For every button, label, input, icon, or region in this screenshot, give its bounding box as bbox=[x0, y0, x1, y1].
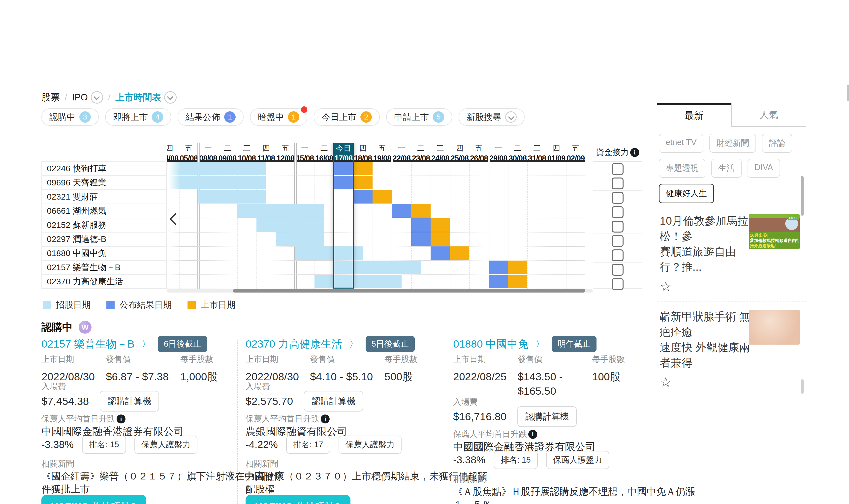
info-icon[interactable]: i bbox=[117, 414, 125, 424]
news-item[interactable]: 嶄新甲狀腺手術 無疤痊癒速度快 外觀健康兩者兼得☆ bbox=[657, 302, 806, 396]
fund-relay-checkbox[interactable] bbox=[612, 249, 623, 261]
rank-button[interactable]: 排名: 17 bbox=[286, 436, 330, 454]
filter-chip[interactable]: 認購中3 bbox=[41, 108, 99, 126]
sidebar-category-chip[interactable]: 健康好人生 bbox=[659, 184, 714, 203]
gantt-cell-subscription bbox=[167, 176, 266, 190]
weekday-label: 一 bbox=[198, 143, 218, 154]
fund-relay-checkbox[interactable] bbox=[612, 278, 623, 290]
fund-relay-checkbox[interactable] bbox=[612, 221, 623, 233]
stock-row-label[interactable]: 09696 天齊鋰業 bbox=[41, 176, 167, 190]
filter-chip[interactable]: 即將上市4 bbox=[105, 108, 171, 126]
info-icon[interactable]: i bbox=[528, 430, 537, 439]
gantt-cell-listing bbox=[430, 232, 450, 246]
breadcrumb-item[interactable]: 股票 bbox=[41, 91, 60, 104]
stock-row-label[interactable]: 02297 潤邁德-B bbox=[41, 232, 167, 247]
sidebar-category-chip[interactable]: 生活 bbox=[711, 159, 742, 178]
calc-button[interactable]: 認購計算機 bbox=[517, 406, 577, 427]
legend-item: 公布結果日期 bbox=[106, 299, 172, 311]
fund-relay-cell bbox=[593, 191, 642, 205]
stock-row-label[interactable]: 01880 中國中免 bbox=[41, 246, 167, 260]
rank-button[interactable]: 排名: 15 bbox=[82, 436, 126, 454]
timeline-column-header: 五26/08 bbox=[469, 143, 489, 160]
timeline-scrollbar-thumb[interactable] bbox=[233, 289, 585, 292]
day-gridline bbox=[566, 162, 566, 289]
sidebar-category-chip[interactable]: 專題透視 bbox=[659, 159, 705, 178]
calc-button[interactable]: 認購計算機 bbox=[304, 391, 363, 412]
sidebar-scrollbar-thumb[interactable] bbox=[801, 176, 803, 216]
fund-relay-checkbox[interactable] bbox=[612, 163, 623, 175]
timeline-column-header: 四01/09 bbox=[547, 143, 566, 160]
info-icon[interactable]: i bbox=[630, 148, 639, 157]
card-field-sale-price: 發售價$4.10 - $5.10 bbox=[310, 354, 385, 384]
breadcrumb-item[interactable]: 上市時間表 bbox=[115, 91, 177, 104]
filter-chip[interactable]: 新股搜尋 bbox=[459, 108, 525, 126]
star-icon[interactable]: ☆ bbox=[660, 374, 672, 390]
shield-button[interactable]: 保薦人護盤力 bbox=[135, 436, 197, 454]
related-news-line[interactable]: 力高健康（０２３７０）上市穩價期結束，未獲行使超額 bbox=[246, 470, 488, 483]
sidebar-category-chip[interactable]: 財經新聞 bbox=[709, 133, 756, 153]
news-item[interactable]: 10月倫敦參加馬拉松！參賽順道旅遊自由行？推...☆etnet10月出發!參加倫… bbox=[657, 206, 806, 302]
related-news-line[interactable]: 件獲批上市 bbox=[41, 483, 90, 496]
stock-row-label[interactable]: 02321 雙財莊 bbox=[41, 190, 167, 204]
voting-button[interactable]: VOTING 你抽唔抽? bbox=[246, 495, 351, 504]
stock-row-label[interactable]: 02157 樂普生物－B bbox=[41, 260, 167, 275]
sidebar-category-chip[interactable]: 評論 bbox=[762, 133, 792, 153]
filter-chip-label: 認購中 bbox=[49, 111, 75, 123]
rank-button[interactable]: 排名: 15 bbox=[494, 451, 538, 469]
field-label: 每手股數 bbox=[592, 354, 652, 365]
sidebar-tab[interactable]: 最新 bbox=[657, 103, 731, 127]
sidebar-tab[interactable]: 人氣 bbox=[731, 103, 806, 127]
sidebar-scrollbar-piece[interactable] bbox=[801, 379, 803, 394]
fund-relay-checkbox[interactable] bbox=[612, 264, 623, 276]
breadcrumb-item[interactable]: IPO bbox=[72, 91, 103, 104]
filter-chip[interactable]: 暗盤中1 bbox=[250, 108, 307, 126]
chevron-down-icon[interactable] bbox=[505, 111, 517, 123]
related-news-line[interactable]: 《Ａ股焦點》Ｈ股孖展認購反應不理想，中國中免Ａ仍漲 bbox=[453, 485, 695, 498]
gantt-cell-listing bbox=[508, 260, 527, 274]
card-title-link[interactable]: 02370 力高健康生活 bbox=[246, 337, 342, 351]
voting-button[interactable]: VOTING 你抽唔抽? bbox=[41, 495, 146, 504]
related-news-line[interactable]: １．５％ bbox=[453, 498, 492, 504]
chevron-down-icon[interactable] bbox=[91, 91, 103, 104]
fund-relay-checkbox[interactable] bbox=[612, 235, 623, 247]
fund-relay-checkbox[interactable] bbox=[612, 178, 623, 190]
card-fields-row: 上市日期2022/08/30發售價$4.10 - $5.10每手股數500股 bbox=[246, 354, 444, 384]
stock-row-label[interactable]: 02370 力高健康生活 bbox=[41, 274, 167, 289]
timeline-column-header: 一08/08 bbox=[198, 143, 218, 160]
shield-button[interactable]: 保薦人護盤力 bbox=[339, 436, 402, 454]
stock-row-label[interactable]: 02246 快狗打車 bbox=[41, 161, 167, 176]
card-title-link[interactable]: 01880 中國中免 bbox=[453, 337, 529, 351]
weekday-label: 五 bbox=[276, 143, 295, 154]
chevron-down-icon[interactable] bbox=[164, 91, 177, 104]
legend-label: 公布結果日期 bbox=[120, 299, 172, 311]
calc-button[interactable]: 認購計算機 bbox=[100, 391, 159, 412]
weekday-label: 五 bbox=[179, 143, 198, 154]
fund-relay-checkbox[interactable] bbox=[612, 206, 623, 218]
page-scrollbar-thumb[interactable] bbox=[847, 85, 849, 102]
deadline-badge: 明午截止 bbox=[552, 336, 597, 352]
stock-row-label[interactable]: 06661 湖州燃氣 bbox=[41, 204, 167, 218]
related-news-label: 相關新聞 bbox=[246, 458, 278, 470]
womoney-badge-icon: W bbox=[78, 321, 91, 334]
sidebar-category-chip[interactable]: etnet TV bbox=[659, 133, 703, 153]
timeline-column-header: 三24/08 bbox=[430, 143, 450, 160]
filter-chip[interactable]: 結果公佈1 bbox=[178, 108, 244, 126]
chevron-right-icon: 〉 bbox=[141, 338, 151, 350]
thumbnail-caption-line: 參加倫敦馬拉松順道自由行? bbox=[750, 238, 799, 243]
shield-button[interactable]: 保薦人護盤力 bbox=[546, 451, 609, 469]
stock-row-label[interactable]: 02152 蘇新服務 bbox=[41, 218, 167, 232]
fund-relay-checkbox[interactable] bbox=[612, 192, 623, 204]
star-icon[interactable]: ☆ bbox=[660, 278, 672, 294]
filter-chip-label: 即將上市 bbox=[113, 111, 148, 123]
filter-chip[interactable]: 申請上市5 bbox=[386, 108, 452, 126]
filter-chip-label: 結果公佈 bbox=[185, 111, 220, 123]
scroll-left-button[interactable] bbox=[169, 212, 180, 227]
sidebar-category-chip[interactable]: DIVA bbox=[747, 159, 780, 178]
timeline-column-header: 五05/08 bbox=[179, 143, 198, 160]
gantt-cell-listing bbox=[353, 176, 373, 190]
card-title-link[interactable]: 02157 樂普生物－B bbox=[41, 337, 135, 351]
filter-chip[interactable]: 今日上市2 bbox=[314, 108, 380, 126]
fund-relay-label: 資金接力 bbox=[596, 147, 629, 158]
related-news-line[interactable]: 配股權 bbox=[246, 483, 275, 496]
info-icon[interactable]: i bbox=[321, 414, 330, 424]
